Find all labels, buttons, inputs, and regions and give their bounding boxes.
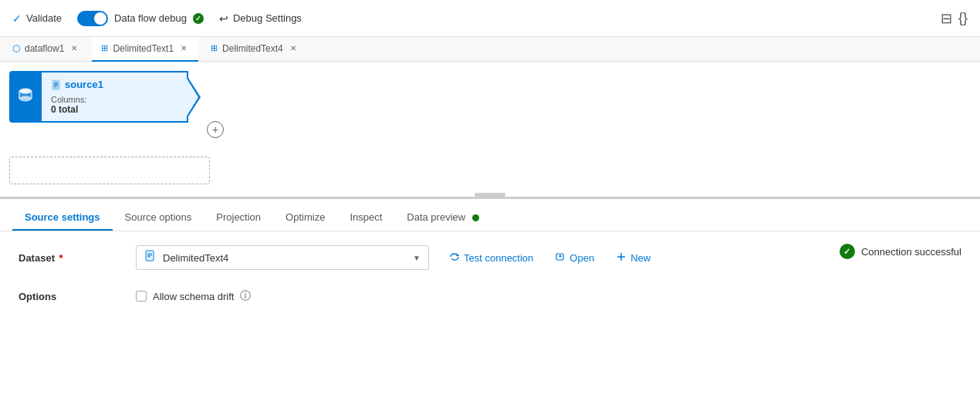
tab-dt1-close[interactable]: ✕ bbox=[178, 43, 189, 54]
panel-tab-inspect[interactable]: Inspect bbox=[337, 204, 394, 231]
panel-tab-source-options[interactable]: Source options bbox=[113, 204, 204, 231]
dataset-label: Dataset * bbox=[19, 252, 127, 264]
open-icon bbox=[555, 251, 566, 265]
optimize-label: Optimize bbox=[286, 211, 325, 223]
toolbar-right: ⊟ {} bbox=[941, 10, 968, 27]
panel-content: ✓ Connection successful Dataset * Delimi… bbox=[0, 231, 980, 322]
source-options-label: Source options bbox=[125, 211, 192, 223]
debug-settings-label: Debug Settings bbox=[233, 12, 302, 24]
debug-settings-icon: ↩ bbox=[219, 12, 228, 25]
debug-settings-button[interactable]: ↩ Debug Settings bbox=[219, 12, 302, 25]
tab-dataflow1-label: dataflow1 bbox=[25, 43, 64, 54]
validate-check-icon: ✓ bbox=[12, 12, 22, 25]
options-row: Options Allow schema drift ⓘ bbox=[19, 282, 961, 310]
data-preview-label: Data preview bbox=[407, 211, 465, 223]
tabs-row: ⬡ dataflow1 ✕ ⊞ DelimitedText1 ✕ ⊞ Delim… bbox=[0, 37, 980, 62]
node-name: source1 bbox=[65, 79, 103, 90]
new-icon bbox=[616, 251, 627, 265]
panel-tab-projection[interactable]: Projection bbox=[204, 204, 273, 231]
toolbar: ✓ Validate Data flow debug ↩ Debug Setti… bbox=[0, 0, 980, 37]
debug-toggle[interactable] bbox=[77, 11, 108, 26]
validate-button[interactable]: ✓ Validate bbox=[12, 12, 62, 25]
test-connection-label: Test connection bbox=[464, 252, 533, 264]
panel-tab-optimize[interactable]: Optimize bbox=[273, 204, 337, 231]
inspect-label: Inspect bbox=[350, 211, 382, 223]
validate-label: Validate bbox=[26, 12, 62, 24]
panel-tabs: Source settings Source options Projectio… bbox=[0, 199, 980, 231]
tab-DelimitedText1[interactable]: ⊞ DelimitedText1 ✕ bbox=[92, 37, 198, 62]
tab-dataflow1[interactable]: ⬡ dataflow1 ✕ bbox=[3, 37, 89, 62]
options-label: Options bbox=[19, 291, 127, 302]
debug-status-dot bbox=[193, 13, 204, 24]
test-connection-icon bbox=[449, 251, 460, 265]
node-plus-button[interactable]: + bbox=[207, 121, 224, 138]
connection-check-icon: ✓ bbox=[840, 244, 855, 259]
schema-drift-info-icon[interactable]: ⓘ bbox=[240, 289, 251, 303]
tab-dt4-icon: ⊞ bbox=[211, 43, 218, 53]
projection-label: Projection bbox=[216, 211, 261, 223]
new-label: New bbox=[630, 252, 651, 264]
tab-dataflow1-icon: ⬡ bbox=[12, 43, 20, 54]
dashed-selection-box bbox=[9, 157, 210, 184]
schema-drift-row: Allow schema drift ⓘ bbox=[136, 289, 251, 303]
tab-dt1-icon: ⊞ bbox=[101, 43, 108, 53]
node-db-icon bbox=[17, 86, 34, 107]
required-star: * bbox=[56, 252, 63, 264]
connection-status-text: Connection successful bbox=[861, 246, 961, 258]
connection-status: ✓ Connection successful bbox=[840, 244, 961, 259]
node-subtitle: Columns: bbox=[51, 95, 177, 104]
tab-DelimitedText4[interactable]: ⊞ DelimitedText4 ✕ bbox=[201, 37, 308, 62]
layout-icon[interactable]: ⊟ bbox=[941, 10, 952, 27]
node-icon-bar bbox=[9, 71, 42, 123]
dataset-file-icon bbox=[144, 250, 157, 265]
panel-tab-source-settings[interactable]: Source settings bbox=[12, 204, 113, 231]
code-icon[interactable]: {} bbox=[958, 10, 968, 27]
source-settings-label: Source settings bbox=[25, 211, 100, 223]
action-buttons: Test connection Open bbox=[444, 248, 655, 268]
tab-dataflow1-close[interactable]: ✕ bbox=[69, 43, 79, 54]
open-button[interactable]: Open bbox=[550, 248, 599, 268]
dataset-chevron-icon: ▼ bbox=[413, 254, 421, 262]
schema-drift-label: Allow schema drift bbox=[153, 291, 234, 302]
tab-dt4-label: DelimitedText4 bbox=[222, 43, 283, 54]
open-label: Open bbox=[569, 252, 594, 264]
tab-dt1-label: DelimitedText1 bbox=[113, 43, 174, 54]
source1-node[interactable]: source1 Columns: 0 total bbox=[9, 71, 188, 123]
dataset-select[interactable]: DelimitedText4 ▼ bbox=[136, 245, 429, 270]
node-title: source1 bbox=[51, 79, 177, 90]
dataset-row: Dataset * DelimitedText4 ▼ bbox=[19, 244, 961, 271]
canvas-inner: source1 Columns: 0 total + bbox=[0, 62, 980, 197]
dataset-value: DelimitedText4 bbox=[163, 252, 407, 264]
test-connection-button[interactable]: Test connection bbox=[444, 248, 538, 268]
new-button[interactable]: New bbox=[611, 248, 655, 268]
node-count: 0 total bbox=[51, 104, 177, 115]
debug-toggle-container: Data flow debug bbox=[77, 11, 204, 26]
bottom-panel: Source settings Source options Projectio… bbox=[0, 199, 980, 408]
tab-dt4-close[interactable]: ✕ bbox=[288, 43, 299, 54]
node-body: source1 Columns: 0 total bbox=[42, 71, 188, 123]
svg-point-2 bbox=[19, 96, 32, 102]
node-file-icon bbox=[51, 79, 62, 90]
divider-handle[interactable] bbox=[475, 193, 505, 197]
panel-tab-data-preview[interactable]: Data preview bbox=[394, 204, 492, 231]
canvas-area: source1 Columns: 0 total + bbox=[0, 62, 980, 199]
schema-drift-checkbox[interactable] bbox=[136, 291, 147, 302]
data-preview-dot bbox=[472, 214, 479, 221]
debug-label: Data flow debug bbox=[114, 12, 187, 24]
